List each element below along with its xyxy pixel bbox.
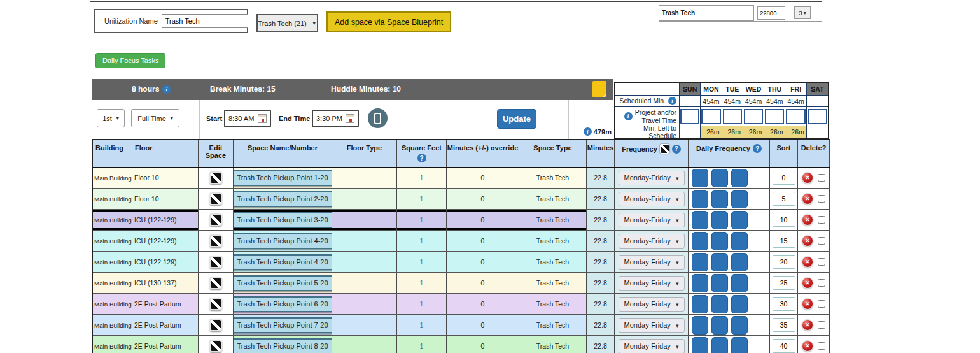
space-name-button[interactable]: Trash Tech Pickup Point 4-20: [234, 233, 332, 249]
frequency-dropdown[interactable]: Monday-Friday: [619, 171, 685, 185]
calendar-icon[interactable]: [258, 114, 267, 123]
space-name-button[interactable]: Trash Tech Pickup Point 8-20: [234, 338, 332, 353]
sort-input[interactable]: [773, 297, 795, 311]
calendar-icon[interactable]: [346, 114, 354, 123]
daily-frequency-block[interactable]: [731, 337, 748, 353]
space-name-button[interactable]: Trash Tech Pickup Point 6-20: [234, 296, 332, 312]
square-feet-link[interactable]: 1: [420, 174, 424, 182]
add-space-button[interactable]: Add space via Space Blueprint: [326, 11, 451, 32]
square-feet-link[interactable]: 1: [420, 342, 424, 350]
sort-input[interactable]: [773, 171, 795, 185]
edit-space-icon[interactable]: [209, 277, 222, 289]
sort-input[interactable]: [773, 318, 795, 332]
sort-input[interactable]: [773, 255, 795, 269]
daily-frequency-block[interactable]: [731, 295, 748, 313]
project-travel-input[interactable]: [680, 109, 699, 124]
edit-space-icon[interactable]: [209, 213, 222, 226]
space-name-button[interactable]: Trash Tech Pickup Point 5-20: [234, 275, 332, 291]
sort-input[interactable]: [773, 339, 795, 353]
daily-frequency-block[interactable]: [711, 316, 728, 335]
help-icon[interactable]: [417, 154, 426, 162]
delete-icon[interactable]: [802, 319, 813, 331]
space-name-button[interactable]: Trash Tech Pickup Point 3-20: [234, 212, 332, 228]
square-feet-link[interactable]: 1: [420, 300, 424, 308]
edit-pencil-icon[interactable]: [660, 144, 669, 154]
daily-focus-tasks-button[interactable]: Daily Focus Tasks: [95, 53, 165, 68]
daily-frequency-block[interactable]: [692, 169, 708, 187]
delete-icon[interactable]: [802, 277, 813, 289]
edit-space-icon[interactable]: [209, 171, 222, 184]
shift-select[interactable]: 1st ▾: [97, 109, 125, 127]
frequency-dropdown[interactable]: Monday-Friday: [619, 234, 685, 249]
note-icon[interactable]: [592, 81, 606, 97]
summary-value-input[interactable]: [757, 6, 785, 20]
daily-frequency-block[interactable]: [692, 211, 708, 229]
delete-checkbox[interactable]: [818, 321, 825, 329]
daily-frequency-block[interactable]: [711, 211, 728, 229]
square-feet-link[interactable]: 1: [420, 258, 424, 266]
delete-icon[interactable]: [802, 340, 813, 352]
start-time-input[interactable]: 8:30 AM: [224, 110, 271, 127]
daily-frequency-block[interactable]: [731, 316, 748, 335]
mobile-phone-icon[interactable]: [368, 108, 388, 128]
delete-icon[interactable]: [802, 193, 813, 205]
space-blueprint-dropdown[interactable]: Trash Tech (21) ▼: [256, 14, 318, 32]
unitization-input[interactable]: [162, 14, 248, 28]
info-icon[interactable]: [624, 112, 633, 120]
daily-frequency-block[interactable]: [692, 232, 708, 250]
edit-space-icon[interactable]: [209, 319, 222, 331]
delete-checkbox[interactable]: [818, 237, 825, 245]
project-travel-input[interactable]: [701, 109, 720, 124]
frequency-dropdown[interactable]: Monday-Friday: [619, 339, 685, 353]
delete-checkbox[interactable]: [818, 300, 825, 308]
delete-checkbox[interactable]: [818, 258, 825, 266]
daily-frequency-block[interactable]: [692, 337, 708, 353]
daily-frequency-block[interactable]: [731, 211, 748, 229]
employment-select[interactable]: Full Time ▾: [131, 109, 179, 127]
edit-space-icon[interactable]: [209, 340, 222, 352]
daily-frequency-block[interactable]: [711, 253, 728, 271]
daily-frequency-block[interactable]: [731, 190, 748, 208]
delete-checkbox[interactable]: [818, 342, 825, 350]
daily-frequency-block[interactable]: [731, 169, 748, 187]
delete-icon[interactable]: [802, 214, 813, 226]
sort-input[interactable]: [773, 213, 795, 227]
delete-checkbox[interactable]: [818, 174, 825, 182]
project-travel-input[interactable]: [744, 109, 763, 124]
daily-frequency-block[interactable]: [711, 295, 728, 313]
delete-checkbox[interactable]: [818, 216, 825, 224]
daily-frequency-block[interactable]: [711, 190, 728, 208]
square-feet-link[interactable]: 1: [420, 279, 424, 287]
frequency-dropdown[interactable]: Monday-Friday: [619, 255, 685, 270]
frequency-dropdown[interactable]: Monday-Friday: [619, 276, 685, 291]
delete-icon[interactable]: [802, 298, 813, 310]
sort-input[interactable]: [773, 234, 795, 248]
sort-input[interactable]: [773, 276, 795, 290]
daily-frequency-block[interactable]: [692, 274, 708, 292]
delete-checkbox[interactable]: [818, 195, 825, 203]
frequency-dropdown[interactable]: Monday-Friday: [619, 297, 685, 312]
project-travel-input[interactable]: [786, 109, 805, 124]
daily-frequency-block[interactable]: [711, 232, 728, 250]
help-icon[interactable]: [672, 145, 681, 154]
frequency-dropdown[interactable]: Monday-Friday: [619, 318, 685, 333]
frequency-dropdown[interactable]: Monday-Friday: [619, 213, 685, 227]
edit-space-icon[interactable]: [209, 256, 222, 268]
square-feet-link[interactable]: 1: [420, 321, 424, 329]
edit-space-icon[interactable]: [209, 298, 222, 310]
project-travel-input[interactable]: [808, 109, 827, 124]
delete-icon[interactable]: [802, 235, 813, 247]
edit-space-icon[interactable]: [209, 192, 222, 205]
help-icon[interactable]: [753, 144, 762, 153]
delete-icon[interactable]: [802, 172, 813, 184]
project-travel-input[interactable]: [765, 109, 784, 124]
daily-frequency-block[interactable]: [692, 316, 708, 335]
space-name-button[interactable]: Trash Tech Pickup Point 7-20: [234, 317, 332, 333]
square-feet-link[interactable]: 1: [420, 195, 424, 203]
frequency-dropdown[interactable]: Monday-Friday: [619, 192, 685, 206]
square-feet-link[interactable]: 1: [420, 216, 424, 224]
summary-count-select[interactable]: 3 ▾: [794, 6, 811, 19]
daily-frequency-block[interactable]: [692, 295, 708, 313]
info-icon[interactable]: [162, 85, 171, 94]
info-icon[interactable]: [584, 127, 592, 136]
